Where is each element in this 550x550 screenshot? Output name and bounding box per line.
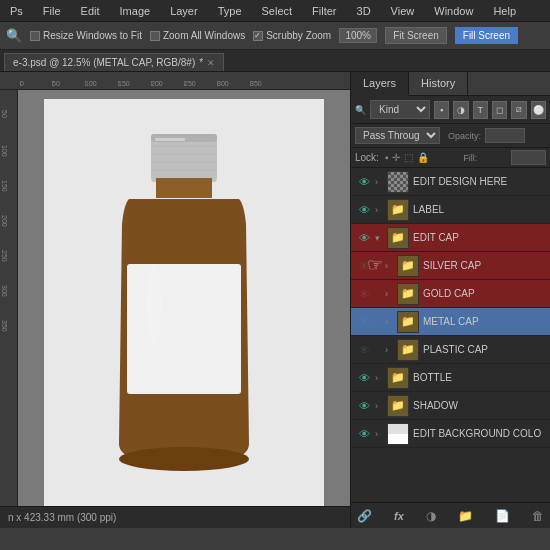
layer-visibility-btn[interactable]: 👁 [355, 425, 373, 443]
layer-row[interactable]: 👁 › 📁 BOTTLE [351, 364, 550, 392]
layer-row[interactable]: 👁 › 📁 PLASTIC CAP [351, 336, 550, 364]
scrubby-zoom-check[interactable]: Scrubby Zoom [253, 30, 331, 41]
layer-visibility-btn[interactable]: 👁 [355, 313, 373, 331]
menu-layer[interactable]: Layer [166, 3, 202, 19]
menu-ps[interactable]: Ps [6, 3, 27, 19]
zoom-percent[interactable]: 100% [339, 28, 377, 43]
layer-visibility-btn[interactable]: 👁 [355, 257, 373, 275]
menu-filter[interactable]: Filter [308, 3, 340, 19]
menu-view[interactable]: View [387, 3, 419, 19]
zoom-tool-icon: 🔍 [6, 28, 22, 43]
layer-expand-btn[interactable]: › [375, 373, 387, 383]
layer-thumbnail: 📁 [387, 367, 409, 389]
lock-all-btn[interactable]: 🔒 [417, 152, 429, 163]
menu-file[interactable]: File [39, 3, 65, 19]
layer-row[interactable]: 👁 › 📁 SILVER CAP ☞ [351, 252, 550, 280]
type-filter-btn[interactable]: T [473, 101, 488, 119]
fill-screen-button[interactable]: Fill Screen [455, 27, 518, 44]
layer-visibility-btn[interactable]: 👁 [355, 369, 373, 387]
layers-footer: 🔗 fx ◑ 📁 📄 🗑 [351, 502, 550, 528]
menu-image[interactable]: Image [116, 3, 155, 19]
layer-name: BOTTLE [413, 372, 546, 383]
fill-input[interactable] [511, 150, 546, 165]
layer-visibility-btn[interactable]: 👁 [355, 229, 373, 247]
new-folder-icon[interactable]: 📁 [458, 509, 473, 523]
menu-type[interactable]: Type [214, 3, 246, 19]
layer-expand-btn[interactable]: › [385, 289, 397, 299]
menu-select[interactable]: Select [258, 3, 297, 19]
fx-icon[interactable]: fx [394, 510, 404, 522]
fit-screen-button[interactable]: Fit Screen [385, 27, 447, 44]
canvas-area[interactable]: 0 50 100 150 200 250 300 350 50 100 150 … [0, 72, 350, 528]
layer-visibility-btn[interactable]: 👁 [355, 341, 373, 359]
menu-help[interactable]: Help [489, 3, 520, 19]
layer-thumbnail [387, 423, 409, 445]
resize-windows-checkbox[interactable] [30, 31, 40, 41]
adjustment-layer-icon[interactable]: ◑ [426, 509, 436, 523]
tab-history[interactable]: History [409, 72, 468, 95]
layer-row[interactable]: 👁 › EDIT BACKGROUND COLO [351, 420, 550, 448]
main-area: 0 50 100 150 200 250 300 350 50 100 150 … [0, 72, 550, 528]
lock-artboard-btn[interactable]: ⬚ [404, 152, 413, 163]
opacity-input[interactable] [485, 128, 525, 143]
new-layer-icon[interactable]: 📄 [495, 509, 510, 523]
smartobj-filter-btn[interactable]: ⧄ [511, 101, 526, 119]
delete-layer-icon[interactable]: 🗑 [532, 509, 544, 523]
zoom-all-checkbox[interactable] [150, 31, 160, 41]
eye-icon: 👁 [359, 428, 370, 440]
document-modified: * [199, 57, 203, 68]
layer-row[interactable]: 👁 › 📁 GOLD CAP [351, 280, 550, 308]
layer-expand-btn[interactable]: › [385, 261, 397, 271]
shape-filter-btn[interactable]: ◻ [492, 101, 507, 119]
layer-row[interactable]: 👁 › EDIT DESIGN HERE [351, 168, 550, 196]
menu-3d[interactable]: 3D [353, 3, 375, 19]
layer-name: SILVER CAP [423, 260, 546, 271]
layer-expand-btn[interactable]: › [385, 345, 397, 355]
layer-visibility-btn[interactable]: 👁 [355, 285, 373, 303]
menu-bar: Ps File Edit Image Layer Type Select Fil… [0, 0, 550, 22]
svg-rect-6 [156, 178, 212, 198]
layers-list: 👁 › EDIT DESIGN HERE 👁 › 📁 LABEL 👁 [351, 168, 550, 502]
layer-expand-btn[interactable]: › [375, 401, 387, 411]
zoom-all-check[interactable]: Zoom All Windows [150, 30, 245, 41]
adjustment-filter-btn[interactable]: ◑ [453, 101, 468, 119]
lock-pixels-btn[interactable]: ▪ [385, 152, 389, 163]
canvas-background [44, 99, 324, 519]
tab-layers[interactable]: Layers [351, 72, 409, 96]
eye-icon: 👁 [359, 204, 370, 216]
eye-icon: 👁 [359, 176, 370, 188]
menu-edit[interactable]: Edit [77, 3, 104, 19]
link-icon[interactable]: 🔗 [357, 509, 372, 523]
opacity-label: Opacity: [448, 131, 481, 141]
layer-row[interactable]: 👁 › 📁 METAL CAP [351, 308, 550, 336]
layer-expand-btn[interactable]: › [375, 177, 387, 187]
layer-thumbnail: 📁 [387, 227, 409, 249]
toggle-filter-btn[interactable]: ⚪ [531, 101, 546, 119]
eye-icon: 👁 [359, 400, 370, 412]
pixel-filter-btn[interactable]: ▪ [434, 101, 449, 119]
document-tab[interactable]: e-3.psd @ 12.5% (METAL CAP, RGB/8#) * ✕ [4, 53, 224, 71]
menu-window[interactable]: Window [430, 3, 477, 19]
kind-dropdown[interactable]: Kind [370, 100, 430, 119]
layer-expand-btn[interactable]: › [375, 205, 387, 215]
layer-row[interactable]: 👁 › 📁 LABEL [351, 196, 550, 224]
layer-visibility-btn[interactable]: 👁 [355, 201, 373, 219]
layer-expand-btn[interactable]: › [385, 317, 397, 327]
fill-label: Fill: [463, 153, 477, 163]
layer-thumbnail: 📁 [397, 311, 419, 333]
options-bar: 🔍 Resize Windows to Fit Zoom All Windows… [0, 22, 550, 50]
scrubby-zoom-checkbox[interactable] [253, 31, 263, 41]
eye-icon: 👁 [359, 316, 370, 328]
layer-expand-btn[interactable]: › [375, 429, 387, 439]
blend-mode-dropdown[interactable]: Pass Through [355, 127, 440, 144]
lock-move-btn[interactable]: ✛ [392, 152, 400, 163]
layer-row[interactable]: 👁 › 📁 SHADOW [351, 392, 550, 420]
layer-visibility-btn[interactable]: 👁 [355, 397, 373, 415]
close-tab-button[interactable]: ✕ [207, 58, 215, 68]
layer-row[interactable]: 👁 ▾ 📁 EDIT CAP [351, 224, 550, 252]
layer-expand-btn[interactable]: ▾ [375, 233, 387, 243]
layer-visibility-btn[interactable]: 👁 [355, 173, 373, 191]
layer-thumbnail: 📁 [397, 255, 419, 277]
resize-windows-check[interactable]: Resize Windows to Fit [30, 30, 142, 41]
eye-icon: 👁 [359, 344, 370, 356]
